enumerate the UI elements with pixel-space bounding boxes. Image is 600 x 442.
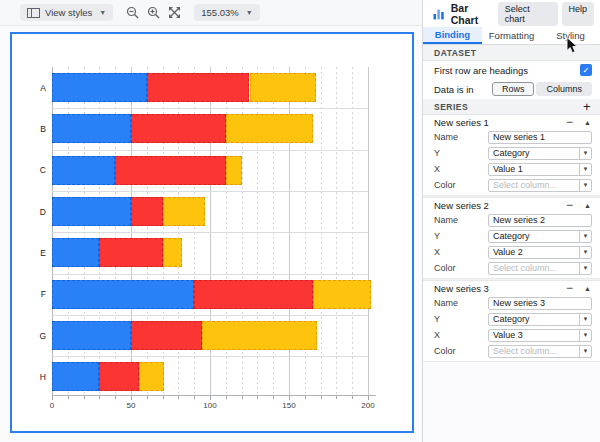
bar-segment-value-3[interactable] [226, 156, 242, 185]
row-separator [52, 274, 368, 275]
bar-segment-value-1[interactable] [52, 114, 131, 143]
series-2-color-select[interactable]: Select column... ▼ [488, 262, 592, 275]
bar-segment-value-1[interactable] [52, 321, 131, 350]
bar-segment-value-1[interactable] [52, 238, 99, 267]
bar-segment-value-3[interactable] [313, 280, 371, 309]
series-2-x-select[interactable]: Value 2 ▼ [488, 246, 592, 259]
add-series-button[interactable]: + [583, 99, 591, 114]
x-axis-tick [257, 396, 258, 399]
bar-segment-value-1[interactable] [52, 197, 131, 226]
collapse-series-icon[interactable]: ▲ [584, 202, 591, 209]
select-chart-button[interactable]: Select chart [498, 2, 558, 26]
bar-segment-value-2[interactable] [99, 362, 139, 391]
remove-series-icon[interactable]: − [566, 200, 573, 210]
tab-formatting[interactable]: Formatting [482, 27, 541, 44]
x-label: X [434, 164, 440, 174]
help-button[interactable]: Help [562, 2, 595, 26]
collapse-series-icon[interactable]: ▲ [584, 119, 591, 126]
category-label: B [16, 124, 46, 134]
zoom-level-button[interactable]: 155.03% ▼ [194, 4, 259, 21]
x-label: X [434, 247, 440, 257]
fit-to-screen-button[interactable] [166, 4, 183, 21]
zoom-out-icon [126, 6, 139, 19]
category-label: G [16, 331, 46, 341]
series-1-y-select[interactable]: Category ▼ [488, 147, 592, 160]
bar-segment-value-3[interactable] [250, 73, 316, 102]
chevron-down-icon: ▼ [579, 314, 591, 325]
series-1-name-input[interactable] [488, 131, 592, 144]
bar-segment-value-2[interactable] [131, 114, 226, 143]
bar-segment-value-1[interactable] [52, 156, 115, 185]
bar-segment-value-3[interactable] [163, 197, 206, 226]
zoom-in-button[interactable] [145, 4, 162, 21]
chevron-down-icon: ▼ [579, 346, 591, 357]
series-3-x-select[interactable]: Value 3 ▼ [488, 329, 592, 342]
row-separator [52, 232, 368, 233]
x-axis-tick [368, 396, 369, 400]
series-2-name-input[interactable] [488, 214, 592, 227]
rows-button[interactable]: Rows [492, 82, 535, 96]
panel-empty-space [423, 361, 600, 442]
x-axis-tick [115, 396, 116, 399]
x-axis-tick-label: 0 [37, 401, 67, 410]
bar-segment-value-2[interactable] [131, 197, 163, 226]
bar-segment-value-2[interactable] [194, 280, 313, 309]
data-orientation-row: Data is in Rows Columns [423, 79, 600, 99]
chart-canvas[interactable]: ABCDEFGH050100150200 [10, 32, 414, 433]
first-row-headings-label: First row are headings [434, 65, 528, 76]
first-row-headings-checkbox[interactable]: ✓ [580, 64, 592, 76]
gridline-minor [352, 67, 353, 395]
bar-segment-value-3[interactable] [139, 362, 164, 391]
bar-segment-value-2[interactable] [131, 321, 202, 350]
x-axis-tick [68, 396, 69, 399]
x-axis-tick [321, 396, 322, 399]
fit-to-screen-icon [168, 6, 181, 19]
series-2-x-row: X Value 2 ▼ [423, 244, 600, 260]
x-axis-tick [305, 396, 306, 399]
columns-button[interactable]: Columns [536, 82, 592, 96]
bar-segment-value-1[interactable] [52, 362, 99, 391]
bar-segment-value-3[interactable] [202, 321, 317, 350]
series-3-color-select[interactable]: Select column... ▼ [488, 345, 592, 358]
bar-segment-value-2[interactable] [99, 238, 162, 267]
remove-series-icon[interactable]: − [566, 283, 573, 293]
bar-segment-value-3[interactable] [163, 238, 182, 267]
remove-series-icon[interactable]: − [566, 117, 573, 127]
bar-segment-value-1[interactable] [52, 280, 194, 309]
bar-segment-value-1[interactable] [52, 73, 147, 102]
series-1-x-select[interactable]: Value 1 ▼ [488, 163, 592, 176]
x-axis-tick [52, 396, 53, 400]
series-3-y-select[interactable]: Category ▼ [488, 313, 592, 326]
x-axis-tick [226, 396, 227, 399]
layout-icon [27, 8, 40, 18]
collapse-series-icon[interactable]: ▲ [584, 285, 591, 292]
x-axis-tick [336, 396, 337, 399]
bar-segment-value-2[interactable] [115, 156, 226, 185]
series-section-label: SERIES [434, 102, 468, 112]
series-2-y-select[interactable]: Category ▼ [488, 230, 592, 243]
bar-segment-value-2[interactable] [147, 73, 250, 102]
x-axis-tick [194, 396, 195, 399]
series-2-header: New series 2 − ▲ [423, 198, 600, 212]
series-1-color-select[interactable]: Select column... ▼ [488, 179, 592, 192]
gridline-major [368, 67, 369, 395]
zoom-out-button[interactable] [124, 4, 141, 21]
tab-styling[interactable]: Styling [541, 27, 600, 44]
x-axis-tick [147, 396, 148, 399]
settings-panel: Bar Chart Select chart Help Binding Form… [422, 0, 600, 442]
tab-binding[interactable]: Binding [423, 27, 482, 44]
y-label: Y [434, 314, 440, 324]
y-label: Y [434, 231, 440, 241]
series-3-name-row: Name [423, 295, 600, 311]
category-label: E [16, 248, 46, 258]
name-label: Name [434, 298, 458, 308]
series-3-name-input[interactable] [488, 297, 592, 310]
view-styles-button[interactable]: View styles ▼ [20, 4, 113, 21]
chevron-down-icon: ▼ [579, 263, 591, 274]
category-label: H [16, 372, 46, 382]
bar-segment-value-3[interactable] [226, 114, 313, 143]
chart-editor-main-area: ABCDEFGH050100150200 [0, 26, 422, 442]
category-label: C [16, 165, 46, 175]
color-label: Color [434, 180, 456, 190]
row-separator [52, 315, 368, 316]
